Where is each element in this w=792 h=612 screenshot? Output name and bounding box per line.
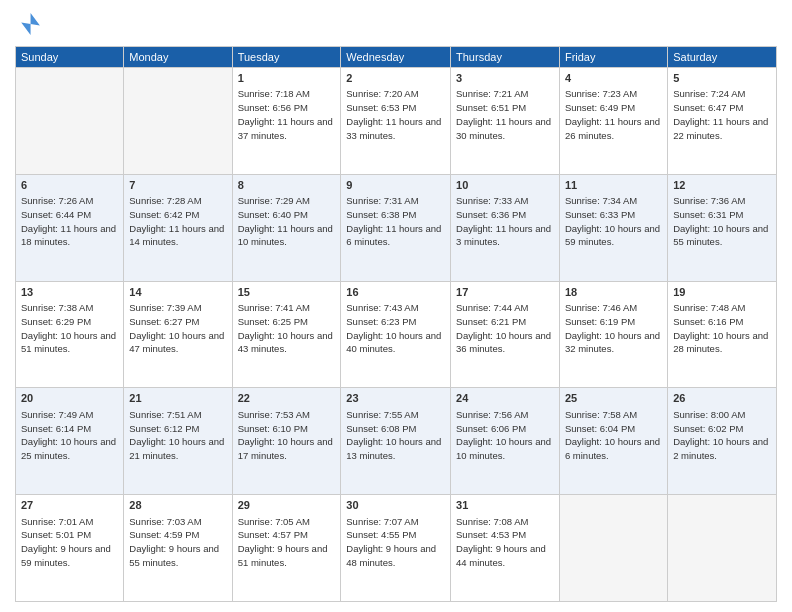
day-info: Sunrise: 7:41 AM Sunset: 6:25 PM Dayligh… <box>238 302 333 354</box>
day-info: Sunrise: 7:07 AM Sunset: 4:55 PM Dayligh… <box>346 516 436 568</box>
calendar-cell: 29Sunrise: 7:05 AM Sunset: 4:57 PM Dayli… <box>232 495 341 602</box>
calendar-cell: 4Sunrise: 7:23 AM Sunset: 6:49 PM Daylig… <box>559 68 667 175</box>
day-number: 30 <box>346 498 445 513</box>
calendar-cell: 24Sunrise: 7:56 AM Sunset: 6:06 PM Dayli… <box>451 388 560 495</box>
day-info: Sunrise: 7:01 AM Sunset: 5:01 PM Dayligh… <box>21 516 111 568</box>
day-number: 20 <box>21 391 118 406</box>
calendar-cell: 19Sunrise: 7:48 AM Sunset: 6:16 PM Dayli… <box>668 281 777 388</box>
day-number: 11 <box>565 178 662 193</box>
day-number: 9 <box>346 178 445 193</box>
day-number: 31 <box>456 498 554 513</box>
calendar-header-row: SundayMondayTuesdayWednesdayThursdayFrid… <box>16 47 777 68</box>
calendar-cell: 2Sunrise: 7:20 AM Sunset: 6:53 PM Daylig… <box>341 68 451 175</box>
calendar-week-row: 6Sunrise: 7:26 AM Sunset: 6:44 PM Daylig… <box>16 174 777 281</box>
calendar-cell: 31Sunrise: 7:08 AM Sunset: 4:53 PM Dayli… <box>451 495 560 602</box>
day-number: 10 <box>456 178 554 193</box>
calendar-cell: 8Sunrise: 7:29 AM Sunset: 6:40 PM Daylig… <box>232 174 341 281</box>
calendar-cell: 15Sunrise: 7:41 AM Sunset: 6:25 PM Dayli… <box>232 281 341 388</box>
calendar-cell <box>16 68 124 175</box>
day-number: 29 <box>238 498 336 513</box>
header <box>15 10 777 38</box>
calendar-table: SundayMondayTuesdayWednesdayThursdayFrid… <box>15 46 777 602</box>
day-info: Sunrise: 7:46 AM Sunset: 6:19 PM Dayligh… <box>565 302 660 354</box>
day-number: 5 <box>673 71 771 86</box>
day-number: 4 <box>565 71 662 86</box>
calendar-cell: 20Sunrise: 7:49 AM Sunset: 6:14 PM Dayli… <box>16 388 124 495</box>
svg-marker-0 <box>21 13 40 35</box>
day-number: 19 <box>673 285 771 300</box>
day-info: Sunrise: 7:36 AM Sunset: 6:31 PM Dayligh… <box>673 195 768 247</box>
day-number: 26 <box>673 391 771 406</box>
day-info: Sunrise: 7:51 AM Sunset: 6:12 PM Dayligh… <box>129 409 224 461</box>
day-info: Sunrise: 7:29 AM Sunset: 6:40 PM Dayligh… <box>238 195 333 247</box>
day-info: Sunrise: 7:28 AM Sunset: 6:42 PM Dayligh… <box>129 195 224 247</box>
calendar-cell: 26Sunrise: 8:00 AM Sunset: 6:02 PM Dayli… <box>668 388 777 495</box>
day-info: Sunrise: 7:38 AM Sunset: 6:29 PM Dayligh… <box>21 302 116 354</box>
day-info: Sunrise: 7:21 AM Sunset: 6:51 PM Dayligh… <box>456 88 551 140</box>
calendar-cell: 27Sunrise: 7:01 AM Sunset: 5:01 PM Dayli… <box>16 495 124 602</box>
day-number: 25 <box>565 391 662 406</box>
calendar-cell: 18Sunrise: 7:46 AM Sunset: 6:19 PM Dayli… <box>559 281 667 388</box>
calendar-cell: 22Sunrise: 7:53 AM Sunset: 6:10 PM Dayli… <box>232 388 341 495</box>
day-number: 6 <box>21 178 118 193</box>
calendar-cell: 1Sunrise: 7:18 AM Sunset: 6:56 PM Daylig… <box>232 68 341 175</box>
day-info: Sunrise: 7:18 AM Sunset: 6:56 PM Dayligh… <box>238 88 333 140</box>
day-of-week-header: Tuesday <box>232 47 341 68</box>
day-info: Sunrise: 7:08 AM Sunset: 4:53 PM Dayligh… <box>456 516 546 568</box>
day-number: 18 <box>565 285 662 300</box>
day-of-week-header: Saturday <box>668 47 777 68</box>
logo <box>15 10 47 38</box>
day-info: Sunrise: 7:23 AM Sunset: 6:49 PM Dayligh… <box>565 88 660 140</box>
day-number: 21 <box>129 391 226 406</box>
calendar-cell: 16Sunrise: 7:43 AM Sunset: 6:23 PM Dayli… <box>341 281 451 388</box>
calendar-cell: 5Sunrise: 7:24 AM Sunset: 6:47 PM Daylig… <box>668 68 777 175</box>
day-number: 23 <box>346 391 445 406</box>
day-of-week-header: Sunday <box>16 47 124 68</box>
day-info: Sunrise: 7:39 AM Sunset: 6:27 PM Dayligh… <box>129 302 224 354</box>
calendar-cell: 3Sunrise: 7:21 AM Sunset: 6:51 PM Daylig… <box>451 68 560 175</box>
calendar-cell: 25Sunrise: 7:58 AM Sunset: 6:04 PM Dayli… <box>559 388 667 495</box>
calendar-cell: 10Sunrise: 7:33 AM Sunset: 6:36 PM Dayli… <box>451 174 560 281</box>
calendar-week-row: 20Sunrise: 7:49 AM Sunset: 6:14 PM Dayli… <box>16 388 777 495</box>
day-number: 3 <box>456 71 554 86</box>
day-number: 13 <box>21 285 118 300</box>
day-number: 2 <box>346 71 445 86</box>
page: SundayMondayTuesdayWednesdayThursdayFrid… <box>0 0 792 612</box>
day-info: Sunrise: 7:44 AM Sunset: 6:21 PM Dayligh… <box>456 302 551 354</box>
calendar-cell: 7Sunrise: 7:28 AM Sunset: 6:42 PM Daylig… <box>124 174 232 281</box>
day-info: Sunrise: 7:05 AM Sunset: 4:57 PM Dayligh… <box>238 516 328 568</box>
calendar-cell: 23Sunrise: 7:55 AM Sunset: 6:08 PM Dayli… <box>341 388 451 495</box>
day-info: Sunrise: 7:53 AM Sunset: 6:10 PM Dayligh… <box>238 409 333 461</box>
day-of-week-header: Thursday <box>451 47 560 68</box>
calendar-cell: 28Sunrise: 7:03 AM Sunset: 4:59 PM Dayli… <box>124 495 232 602</box>
day-info: Sunrise: 7:33 AM Sunset: 6:36 PM Dayligh… <box>456 195 551 247</box>
calendar-cell: 11Sunrise: 7:34 AM Sunset: 6:33 PM Dayli… <box>559 174 667 281</box>
calendar-cell <box>124 68 232 175</box>
day-info: Sunrise: 7:48 AM Sunset: 6:16 PM Dayligh… <box>673 302 768 354</box>
day-info: Sunrise: 7:03 AM Sunset: 4:59 PM Dayligh… <box>129 516 219 568</box>
day-number: 7 <box>129 178 226 193</box>
calendar-cell: 13Sunrise: 7:38 AM Sunset: 6:29 PM Dayli… <box>16 281 124 388</box>
calendar-cell: 14Sunrise: 7:39 AM Sunset: 6:27 PM Dayli… <box>124 281 232 388</box>
day-of-week-header: Wednesday <box>341 47 451 68</box>
day-number: 27 <box>21 498 118 513</box>
day-info: Sunrise: 7:55 AM Sunset: 6:08 PM Dayligh… <box>346 409 441 461</box>
day-info: Sunrise: 7:43 AM Sunset: 6:23 PM Dayligh… <box>346 302 441 354</box>
day-number: 12 <box>673 178 771 193</box>
calendar-cell <box>559 495 667 602</box>
day-info: Sunrise: 7:34 AM Sunset: 6:33 PM Dayligh… <box>565 195 660 247</box>
calendar-week-row: 13Sunrise: 7:38 AM Sunset: 6:29 PM Dayli… <box>16 281 777 388</box>
day-info: Sunrise: 7:20 AM Sunset: 6:53 PM Dayligh… <box>346 88 441 140</box>
day-number: 1 <box>238 71 336 86</box>
logo-icon <box>15 10 43 38</box>
day-info: Sunrise: 7:49 AM Sunset: 6:14 PM Dayligh… <box>21 409 116 461</box>
day-number: 17 <box>456 285 554 300</box>
day-info: Sunrise: 7:31 AM Sunset: 6:38 PM Dayligh… <box>346 195 441 247</box>
day-number: 15 <box>238 285 336 300</box>
calendar-cell: 6Sunrise: 7:26 AM Sunset: 6:44 PM Daylig… <box>16 174 124 281</box>
day-info: Sunrise: 7:24 AM Sunset: 6:47 PM Dayligh… <box>673 88 768 140</box>
calendar-cell: 21Sunrise: 7:51 AM Sunset: 6:12 PM Dayli… <box>124 388 232 495</box>
day-number: 24 <box>456 391 554 406</box>
day-of-week-header: Monday <box>124 47 232 68</box>
day-info: Sunrise: 7:56 AM Sunset: 6:06 PM Dayligh… <box>456 409 551 461</box>
